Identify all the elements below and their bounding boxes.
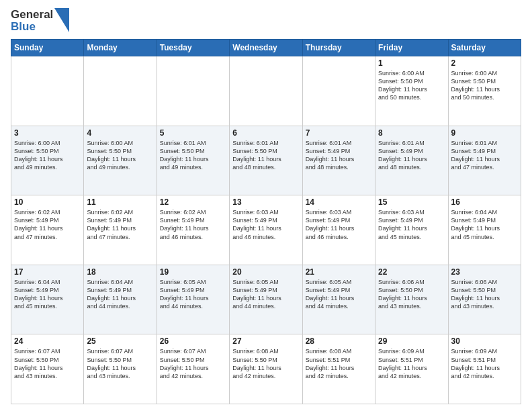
day-number: 8 xyxy=(378,128,445,138)
day-number: 11 xyxy=(87,197,153,207)
calendar-week-1: 1Sunrise: 6:00 AM Sunset: 5:50 PM Daylig… xyxy=(11,56,521,126)
day-info: Sunrise: 6:02 AM Sunset: 5:49 PM Dayligh… xyxy=(14,208,81,241)
day-info: Sunrise: 6:04 AM Sunset: 5:49 PM Dayligh… xyxy=(451,208,518,241)
day-info: Sunrise: 6:07 AM Sunset: 5:50 PM Dayligh… xyxy=(87,347,153,380)
calendar-week-3: 10Sunrise: 6:02 AM Sunset: 5:49 PM Dayli… xyxy=(11,195,521,265)
calendar-cell: 12Sunrise: 6:02 AM Sunset: 5:49 PM Dayli… xyxy=(157,195,229,265)
calendar-cell: 29Sunrise: 6:09 AM Sunset: 5:51 PM Dayli… xyxy=(375,334,448,404)
weekday-header-wednesday: Wednesday xyxy=(230,40,302,56)
day-number: 7 xyxy=(306,128,372,138)
calendar-cell: 7Sunrise: 6:01 AM Sunset: 5:49 PM Daylig… xyxy=(302,126,375,195)
calendar-cell: 17Sunrise: 6:04 AM Sunset: 5:49 PM Dayli… xyxy=(11,265,84,334)
calendar-cell: 11Sunrise: 6:02 AM Sunset: 5:49 PM Dayli… xyxy=(84,195,157,265)
calendar-cell: 18Sunrise: 6:04 AM Sunset: 5:49 PM Dayli… xyxy=(84,265,157,334)
weekday-header-friday: Friday xyxy=(375,40,448,56)
day-info: Sunrise: 6:08 AM Sunset: 5:50 PM Dayligh… xyxy=(232,347,299,380)
logo-general: General xyxy=(11,9,53,21)
calendar-cell: 30Sunrise: 6:09 AM Sunset: 5:51 PM Dayli… xyxy=(448,334,521,404)
day-info: Sunrise: 6:02 AM Sunset: 5:49 PM Dayligh… xyxy=(160,208,226,241)
day-number: 12 xyxy=(160,197,226,207)
day-number: 2 xyxy=(451,58,518,68)
calendar-cell: 24Sunrise: 6:07 AM Sunset: 5:50 PM Dayli… xyxy=(11,334,84,404)
calendar-cell xyxy=(157,56,229,126)
day-number: 26 xyxy=(160,336,226,346)
calendar-week-2: 3Sunrise: 6:00 AM Sunset: 5:50 PM Daylig… xyxy=(11,126,521,195)
calendar-cell: 4Sunrise: 6:00 AM Sunset: 5:50 PM Daylig… xyxy=(84,126,157,195)
day-number: 14 xyxy=(306,197,372,207)
day-number: 27 xyxy=(232,336,299,346)
calendar-week-5: 24Sunrise: 6:07 AM Sunset: 5:50 PM Dayli… xyxy=(11,334,521,404)
day-number: 1 xyxy=(378,58,445,68)
day-number: 28 xyxy=(306,336,372,346)
calendar-cell: 2Sunrise: 6:00 AM Sunset: 5:50 PM Daylig… xyxy=(448,56,521,126)
page: General Blue SundayMondayTuesdayWednesda… xyxy=(0,0,532,411)
weekday-header-row: SundayMondayTuesdayWednesdayThursdayFrid… xyxy=(11,40,521,56)
day-number: 25 xyxy=(87,336,153,346)
day-number: 21 xyxy=(306,267,372,277)
calendar-cell: 13Sunrise: 6:03 AM Sunset: 5:49 PM Dayli… xyxy=(230,195,302,265)
calendar-cell: 16Sunrise: 6:04 AM Sunset: 5:49 PM Dayli… xyxy=(448,195,521,265)
day-info: Sunrise: 6:05 AM Sunset: 5:49 PM Dayligh… xyxy=(306,278,372,311)
day-number: 18 xyxy=(87,267,153,277)
day-number: 22 xyxy=(378,267,445,277)
logo-chevron-icon xyxy=(54,8,69,32)
day-info: Sunrise: 6:04 AM Sunset: 5:49 PM Dayligh… xyxy=(87,278,153,311)
calendar-cell xyxy=(302,56,375,126)
calendar-cell: 20Sunrise: 6:05 AM Sunset: 5:49 PM Dayli… xyxy=(230,265,302,334)
weekday-header-thursday: Thursday xyxy=(302,40,375,56)
day-number: 10 xyxy=(14,197,81,207)
header: General Blue xyxy=(11,8,521,34)
day-info: Sunrise: 6:08 AM Sunset: 5:51 PM Dayligh… xyxy=(306,347,372,380)
calendar-cell: 8Sunrise: 6:01 AM Sunset: 5:49 PM Daylig… xyxy=(375,126,448,195)
day-number: 19 xyxy=(160,267,226,277)
weekday-header-tuesday: Tuesday xyxy=(157,40,229,56)
calendar-table: SundayMondayTuesdayWednesdayThursdayFrid… xyxy=(11,39,521,404)
day-info: Sunrise: 6:03 AM Sunset: 5:49 PM Dayligh… xyxy=(232,208,299,241)
calendar-cell: 28Sunrise: 6:08 AM Sunset: 5:51 PM Dayli… xyxy=(302,334,375,404)
day-number: 30 xyxy=(451,336,518,346)
day-info: Sunrise: 6:00 AM Sunset: 5:50 PM Dayligh… xyxy=(87,139,153,172)
day-info: Sunrise: 6:01 AM Sunset: 5:49 PM Dayligh… xyxy=(306,139,372,172)
day-info: Sunrise: 6:01 AM Sunset: 5:49 PM Dayligh… xyxy=(451,139,518,172)
calendar-cell: 5Sunrise: 6:01 AM Sunset: 5:50 PM Daylig… xyxy=(157,126,229,195)
day-info: Sunrise: 6:05 AM Sunset: 5:49 PM Dayligh… xyxy=(160,278,226,311)
calendar-cell: 25Sunrise: 6:07 AM Sunset: 5:50 PM Dayli… xyxy=(84,334,157,404)
day-info: Sunrise: 6:03 AM Sunset: 5:49 PM Dayligh… xyxy=(378,208,445,241)
day-info: Sunrise: 6:03 AM Sunset: 5:49 PM Dayligh… xyxy=(306,208,372,241)
calendar-cell: 26Sunrise: 6:07 AM Sunset: 5:50 PM Dayli… xyxy=(157,334,229,404)
day-info: Sunrise: 6:01 AM Sunset: 5:50 PM Dayligh… xyxy=(160,139,226,172)
calendar-cell: 14Sunrise: 6:03 AM Sunset: 5:49 PM Dayli… xyxy=(302,195,375,265)
calendar-cell: 19Sunrise: 6:05 AM Sunset: 5:49 PM Dayli… xyxy=(157,265,229,334)
day-number: 17 xyxy=(14,267,81,277)
calendar-week-4: 17Sunrise: 6:04 AM Sunset: 5:49 PM Dayli… xyxy=(11,265,521,334)
weekday-header-sunday: Sunday xyxy=(11,40,84,56)
day-info: Sunrise: 6:05 AM Sunset: 5:49 PM Dayligh… xyxy=(232,278,299,311)
calendar-cell: 15Sunrise: 6:03 AM Sunset: 5:49 PM Dayli… xyxy=(375,195,448,265)
day-number: 23 xyxy=(451,267,518,277)
day-info: Sunrise: 6:01 AM Sunset: 5:50 PM Dayligh… xyxy=(232,139,299,172)
day-info: Sunrise: 6:06 AM Sunset: 5:50 PM Dayligh… xyxy=(451,278,518,311)
day-number: 3 xyxy=(14,128,81,138)
day-info: Sunrise: 6:00 AM Sunset: 5:50 PM Dayligh… xyxy=(378,69,445,102)
day-number: 9 xyxy=(451,128,518,138)
day-number: 15 xyxy=(378,197,445,207)
calendar-cell: 21Sunrise: 6:05 AM Sunset: 5:49 PM Dayli… xyxy=(302,265,375,334)
day-number: 5 xyxy=(160,128,226,138)
calendar-cell: 22Sunrise: 6:06 AM Sunset: 5:50 PM Dayli… xyxy=(375,265,448,334)
calendar-cell: 3Sunrise: 6:00 AM Sunset: 5:50 PM Daylig… xyxy=(11,126,84,195)
day-info: Sunrise: 6:06 AM Sunset: 5:50 PM Dayligh… xyxy=(378,278,445,311)
day-info: Sunrise: 6:00 AM Sunset: 5:50 PM Dayligh… xyxy=(451,69,518,102)
calendar-cell xyxy=(230,56,302,126)
day-info: Sunrise: 6:07 AM Sunset: 5:50 PM Dayligh… xyxy=(160,347,226,380)
svg-marker-0 xyxy=(54,8,69,32)
day-info: Sunrise: 6:07 AM Sunset: 5:50 PM Dayligh… xyxy=(14,347,81,380)
day-number: 16 xyxy=(451,197,518,207)
day-number: 4 xyxy=(87,128,153,138)
calendar-cell: 23Sunrise: 6:06 AM Sunset: 5:50 PM Dayli… xyxy=(448,265,521,334)
logo-container: General Blue xyxy=(11,8,69,34)
day-info: Sunrise: 6:00 AM Sunset: 5:50 PM Dayligh… xyxy=(14,139,81,172)
day-number: 20 xyxy=(232,267,299,277)
day-number: 6 xyxy=(232,128,299,138)
day-info: Sunrise: 6:02 AM Sunset: 5:49 PM Dayligh… xyxy=(87,208,153,241)
weekday-header-saturday: Saturday xyxy=(448,40,521,56)
